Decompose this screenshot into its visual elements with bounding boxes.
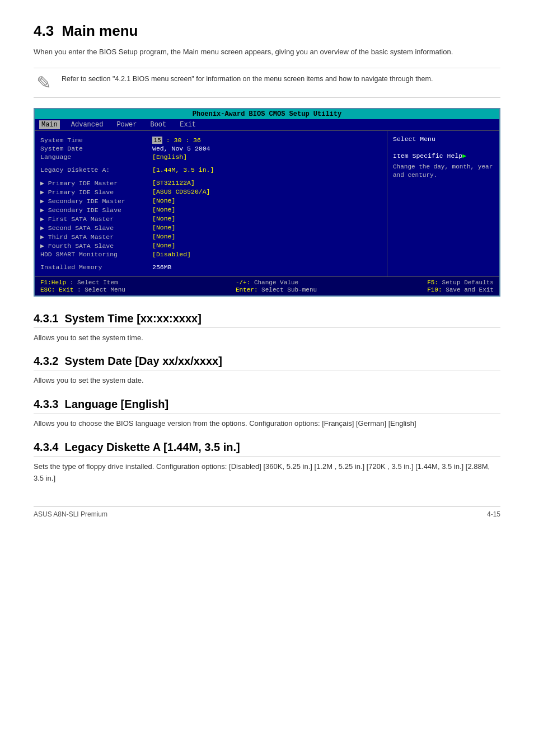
subsection-num-4-3-3: 4.3.3	[34, 398, 58, 410]
bios-footer-change-value: -/+: Change Value	[236, 279, 317, 286]
subsection-title-text-4-3-4: Legacy Diskette A [1.44M, 3.5 in.]	[65, 441, 240, 453]
bios-spacer-3	[40, 259, 381, 262]
bios-row-language: Language [English]	[40, 153, 381, 161]
section-number: 4.3	[34, 22, 54, 39]
subsection-num-4-3-1: 4.3.1	[34, 312, 58, 325]
bios-row-installed-memory: Installed Memory 256MB	[40, 264, 381, 271]
footer-left: ASUS A8N-SLI Premium	[34, 510, 107, 518]
bios-value-system-time: 15 : 30 : 36	[152, 137, 201, 144]
main-section-title: 4.3 Main menu	[34, 22, 500, 40]
subsection-title-4-3-1: 4.3.1 System Time [xx:xx:xxxx]	[34, 312, 500, 328]
bios-help-select-menu: Select Menu	[393, 135, 494, 143]
bios-row-primary-ide-master: Primary IDE Master [ST321122A]	[40, 179, 381, 187]
bios-label-hdd-smart: HDD SMART Monitoring	[40, 251, 152, 258]
bios-time-highlight: 15	[152, 137, 162, 144]
bios-label-secondary-ide-master: Secondary IDE Master	[40, 197, 152, 205]
bios-help-arrow-icon: ▶	[462, 152, 466, 159]
bios-menu-boot[interactable]: Boot	[148, 120, 168, 129]
bios-row-secondary-ide-master: Secondary IDE Master [None]	[40, 197, 381, 205]
bios-row-secondary-ide-slave: Secondary IDE Slave [None]	[40, 206, 381, 214]
bios-value-installed-memory: 256MB	[152, 264, 172, 271]
bios-spacer-2	[40, 175, 381, 178]
note-text: Refer to section "4.2.1 BIOS menu screen…	[62, 74, 433, 84]
subsection-4-3-1: 4.3.1 System Time [xx:xx:xxxx] Allows yo…	[34, 312, 500, 344]
bios-footer-f10: F10: Save and Exit	[427, 287, 494, 293]
bios-help-description: Change the day, month, year and century.	[393, 163, 494, 180]
bios-value-primary-ide-slave: [ASUS CDS520/A]	[152, 188, 210, 196]
bios-row-third-sata-master: Third SATA Master [None]	[40, 233, 381, 241]
subsection-num-4-3-2: 4.3.2	[34, 355, 58, 367]
bios-value-language: [English]	[152, 153, 187, 161]
bios-footer-esc: ESC: Exit : Select Menu	[40, 287, 125, 293]
bios-label-legacy-diskette: Legacy Diskette A:	[40, 166, 152, 173]
bios-label-installed-memory: Installed Memory	[40, 264, 152, 271]
bios-value-third-sata-master: [None]	[152, 233, 175, 241]
bios-footer-col-3: F5: Setup Defaults F10: Save and Exit	[427, 279, 494, 293]
subsection-4-3-2: 4.3.2 System Date [Day xx/xx/xxxx] Allow…	[34, 355, 500, 387]
bios-row-first-sata-master: First SATA Master [None]	[40, 215, 381, 223]
bios-row-fourth-sata-slave: Fourth SATA Slave [None]	[40, 242, 381, 250]
bios-menu-main[interactable]: Main	[39, 120, 60, 129]
bios-label-system-date: System Date	[40, 145, 152, 152]
bios-value-secondary-ide-master: [None]	[152, 197, 175, 205]
bios-footer: F1:Help : Select Item ESC: Exit : Select…	[35, 276, 499, 295]
bios-label-primary-ide-master: Primary IDE Master	[40, 179, 152, 187]
subsection-body-4-3-4: Sets the type of floppy drive installed.…	[34, 461, 500, 485]
subsection-body-4-3-2: Allows you to set the system date.	[34, 375, 500, 387]
footer-right: 4-15	[487, 510, 500, 518]
note-box: ✎ Refer to section "4.2.1 BIOS menu scre…	[34, 68, 500, 98]
bios-value-fourth-sata-slave: [None]	[152, 242, 175, 250]
bios-footer-enter: Enter: Select Sub-menu	[236, 287, 317, 293]
bios-footer-col-1: F1:Help : Select Item ESC: Exit : Select…	[40, 279, 125, 293]
bios-value-system-date: Wed, Nov 5 2004	[152, 145, 210, 152]
subsection-title-text-4-3-3: Language [English]	[65, 398, 169, 410]
bios-value-hdd-smart: [Disabled]	[152, 251, 191, 258]
bios-row-hdd-smart: HDD SMART Monitoring [Disabled]	[40, 251, 381, 258]
subsection-4-3-3: 4.3.3 Language [English] Allows you to c…	[34, 398, 500, 430]
bios-help-panel: Select Menu Item Specific Help▶ Change t…	[387, 131, 499, 276]
subsection-title-text-4-3-2: System Date [Day xx/xx/xxxx]	[65, 355, 222, 367]
subsection-num-4-3-4: 4.3.4	[34, 441, 58, 453]
subsection-title-text-4-3-1: System Time [xx:xx:xxxx]	[65, 312, 202, 325]
bios-label-secondary-ide-slave: Secondary IDE Slave	[40, 206, 152, 214]
bios-menu-power[interactable]: Power	[114, 120, 139, 129]
subsection-title-4-3-3: 4.3.3 Language [English]	[34, 398, 500, 414]
bios-value-second-sata-slave: [None]	[152, 224, 175, 232]
bios-row-primary-ide-slave: Primary IDE Slave [ASUS CDS520/A]	[40, 188, 381, 196]
bios-help-item-label: Item Specific Help▶	[393, 152, 494, 159]
bios-value-primary-ide-master: [ST321122A]	[152, 179, 195, 187]
subsection-title-4-3-2: 4.3.2 System Date [Day xx/xx/xxxx]	[34, 355, 500, 370]
bios-label-system-time: System Time	[40, 137, 152, 144]
bios-row-system-date: System Date Wed, Nov 5 2004	[40, 145, 381, 152]
bios-footer-col-2: -/+: Change Value Enter: Select Sub-menu	[236, 279, 317, 293]
bios-value-secondary-ide-slave: [None]	[152, 206, 175, 214]
bios-label-fourth-sata-slave: Fourth SATA Slave	[40, 242, 152, 250]
bios-title-bar: Phoenix-Award BIOS CMOS Setup Utility	[35, 109, 499, 119]
note-icon: ✎	[34, 74, 54, 92]
bios-footer-f1: F1:Help : Select Item	[40, 279, 125, 286]
bios-main-panel: System Time 15 : 30 : 36 System Date Wed…	[35, 131, 387, 276]
bios-menu-advanced[interactable]: Advanced	[69, 120, 106, 129]
bios-row-system-time: System Time 15 : 30 : 36	[40, 137, 381, 144]
bios-value-first-sata-master: [None]	[152, 215, 175, 223]
subsection-body-4-3-3: Allows you to choose the BIOS language v…	[34, 418, 500, 430]
bios-label-third-sata-master: Third SATA Master	[40, 233, 152, 241]
bios-body: System Time 15 : 30 : 36 System Date Wed…	[35, 131, 499, 276]
bios-label-first-sata-master: First SATA Master	[40, 215, 152, 223]
page-footer: ASUS A8N-SLI Premium 4-15	[34, 506, 500, 518]
bios-menu-exit[interactable]: Exit	[177, 120, 198, 129]
bios-help-spacer	[393, 145, 494, 152]
bios-row-legacy-diskette: Legacy Diskette A: [1.44M, 3.5 in.]	[40, 166, 381, 173]
intro-paragraph: When you enter the BIOS Setup program, t…	[34, 46, 500, 58]
bios-label-primary-ide-slave: Primary IDE Slave	[40, 188, 152, 196]
subsection-title-4-3-4: 4.3.4 Legacy Diskette A [1.44M, 3.5 in.]	[34, 441, 500, 457]
subsection-body-4-3-1: Allows you to set the system time.	[34, 332, 500, 344]
bios-value-legacy-diskette: [1.44M, 3.5 in.]	[152, 166, 214, 173]
bios-footer-f5: F5: Setup Defaults	[427, 279, 494, 286]
section-title-text: Main menu	[62, 22, 138, 39]
subsection-4-3-4: 4.3.4 Legacy Diskette A [1.44M, 3.5 in.]…	[34, 441, 500, 485]
bios-spacer-1	[40, 162, 381, 165]
bios-screen: Phoenix-Award BIOS CMOS Setup Utility Ma…	[34, 108, 500, 297]
bios-menu-bar: Main Advanced Power Boot Exit	[35, 119, 499, 131]
bios-row-second-sata-slave: Second SATA Slave [None]	[40, 224, 381, 232]
